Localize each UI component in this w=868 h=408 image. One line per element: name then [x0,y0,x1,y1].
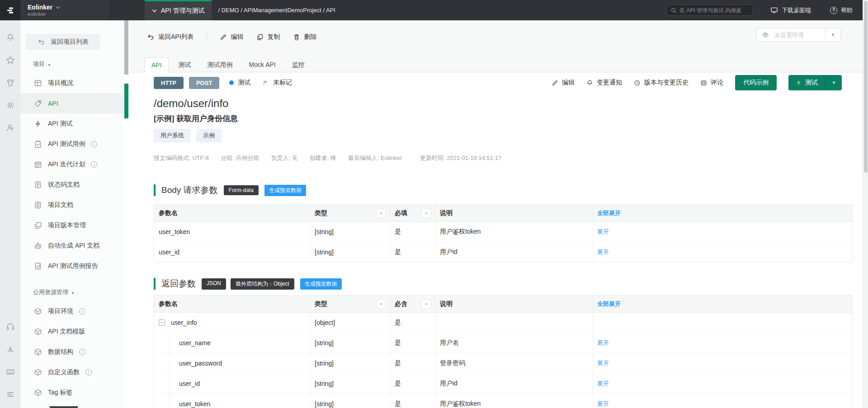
filter-dropdown-icon[interactable]: ▼ [376,299,386,309]
invite-user-icon[interactable] [6,123,15,132]
sidebar-item-api-测试用例[interactable]: API 测试用例i [20,134,123,154]
tab-mock-api[interactable]: Mock API [249,57,276,72]
sidebar-item-自定义函数[interactable]: 自定义函数i [20,362,123,382]
filter-dropdown-icon[interactable]: ▼ [421,299,431,309]
api-meta: 报文编码格式: UTF-8分组: 示例分组负责人: 无创建者: 锋最后编辑人: … [154,154,853,162]
sidebar-group-header[interactable]: 项目▲ [20,60,123,68]
environment-selector[interactable]: ▼ [756,28,841,42]
workspace-clothes-icon[interactable] [6,78,15,87]
expand-link[interactable]: 展开 [597,249,609,255]
meta-item: 报文编码格式: UTF-8 [154,154,209,162]
info-icon[interactable]: i [85,369,92,375]
filter-dropdown-icon[interactable]: ▼ [376,208,386,218]
window-scrollbar[interactable] [863,0,868,408]
column-header: 类型▼ [310,205,390,222]
change-notification-button[interactable]: 变更通知 [586,79,622,87]
table-row: user_token[string]是用户鉴权token展开 [154,222,853,242]
expand-link[interactable]: 展开 [597,380,609,387]
mark-label: 未标记 [273,79,292,87]
filter-dropdown-icon[interactable]: ▼ [421,208,431,218]
api-header-bar: 返回API列表 编辑 复制 删除 [130,20,868,72]
sidebar-item-自动生成-api-文档[interactable]: 自动生成 API 文档 [20,235,123,256]
meta-item: 负责人: 无 [271,154,297,162]
info-icon[interactable]: i [91,161,97,168]
expand-link[interactable]: 展开 [597,228,609,235]
sidebar-group-header[interactable]: 公用资源管理▲ [20,288,123,296]
eolinker-logo[interactable] [0,0,20,20]
info-icon[interactable]: i [91,141,97,147]
collapse-icon[interactable]: − [159,319,165,326]
delete-button[interactable]: 删除 [293,33,317,41]
sidebar-item-api-测试用例报告[interactable]: API 测试用例报告 [20,256,123,276]
product-tab-api-management[interactable]: API 管理与测试 [145,0,212,20]
param-type-cell: [string] [310,353,390,374]
copy-button[interactable]: 复制 [256,33,280,41]
chevron-down-icon[interactable]: ▼ [826,75,842,90]
sidebar-item-api[interactable]: API [20,93,123,113]
section-accent-bar [154,184,156,196]
method-badge: POST [189,77,219,89]
import-tray-icon[interactable] [6,345,15,354]
expand-all-link[interactable]: 全部展开 [597,210,621,216]
sidebar-scrollbar-thumb[interactable] [124,20,128,75]
tab-测试[interactable]: 测试 [179,57,191,72]
sidebar-item-项目环境[interactable]: 项目环境i [20,301,123,321]
tab-api[interactable]: API [145,57,169,72]
back-to-project-list-button[interactable]: 返回项目列表 [26,34,100,50]
favorites-star-icon[interactable] [6,56,15,65]
window-scrollbar-thumb[interactable] [864,1,868,173]
expand-link[interactable]: 展开 [597,360,609,366]
workspace-name: Eolinker [28,4,52,11]
eye-icon[interactable] [756,31,774,38]
code-sample-button[interactable]: 代码示例 [735,75,777,90]
support-headset-icon[interactable] [6,322,15,331]
menu-lines-icon[interactable] [6,390,15,399]
workspace-switcher[interactable]: Eolinker eolinker [20,0,108,20]
test-split-button[interactable]: 测试 ▼ [788,75,842,90]
edit-api-button[interactable]: 编辑 [552,79,575,87]
sidebar-item-api-迭代计划[interactable]: API 迭代计划i [20,154,123,174]
expand-link[interactable]: 展开 [597,339,609,346]
sidebar-item-api-文档模版[interactable]: API 文档模版 [20,321,123,342]
chevron-down-icon[interactable]: ▼ [825,28,840,41]
table-row: user_token[string]是用户鉴权token展开 [154,394,853,408]
back-to-api-list-button[interactable]: 返回API列表 [147,33,194,41]
flag-icon[interactable] [262,80,269,86]
generate-preview-button[interactable]: 生成预览数据 [300,278,342,290]
expand-link[interactable]: 展开 [597,400,609,407]
info-icon[interactable]: i [79,349,85,355]
help-button[interactable]: ? 帮助 [830,6,853,14]
search-input[interactable] [679,7,747,14]
table-row: −user_info[object]是 [154,313,853,333]
tab-测试用例[interactable]: 测试用例 [208,57,233,72]
sidebar-item-状态码文档[interactable]: 状态码文档 [20,174,123,195]
comment-button[interactable]: 评论 [700,79,723,87]
edit-button[interactable]: 编辑 [220,33,244,41]
api-detail-content: HTTP POST 测试 未标记 编辑 变更通知 [130,76,868,408]
sidebar-item-label: 自动生成 API 文档 [48,242,99,250]
history-clock-icon [634,80,641,86]
param-name: user_id [179,380,200,387]
download-desktop-button[interactable]: 下载桌面端 [770,6,811,14]
body-params-table: 参数名类型▼必填▼说明全部展开user_token[string]是用户鉴权to… [154,204,853,263]
sidebar-item-tag-标签[interactable]: Tag 标签 [20,382,123,403]
shortcuts-keyboard-icon[interactable] [6,367,15,376]
generate-preview-button[interactable]: 生成预览数据 [264,185,306,196]
section-anchor-indicator[interactable] [124,84,128,118]
tab-监控[interactable]: 监控 [292,57,305,72]
global-search[interactable] [666,5,753,16]
expand-all-link[interactable]: 全部展开 [597,300,621,307]
settings-gear-icon[interactable] [6,101,15,110]
sidebar-item-api-测试[interactable]: API 测试 [20,113,123,134]
environment-input[interactable] [774,32,825,38]
sidebar-item-项目版本管理[interactable]: 项目版本管理 [20,215,123,235]
sidebar-item-项目概况[interactable]: 项目概况 [20,73,123,93]
sidebar-item-项目文档[interactable]: 项目文档 [20,195,123,215]
notifications-bell-icon[interactable] [6,33,15,42]
info-icon[interactable]: i [79,308,85,314]
sidebar-item-数据结构[interactable]: 数据结构i [20,342,123,362]
version-history-button[interactable]: 版本与变更历史 [634,79,689,87]
column-header: 必含▼ [390,295,435,313]
table-row: user_password[string]是登录密码展开 [154,353,853,374]
param-expand-cell: 展开 [593,374,853,394]
